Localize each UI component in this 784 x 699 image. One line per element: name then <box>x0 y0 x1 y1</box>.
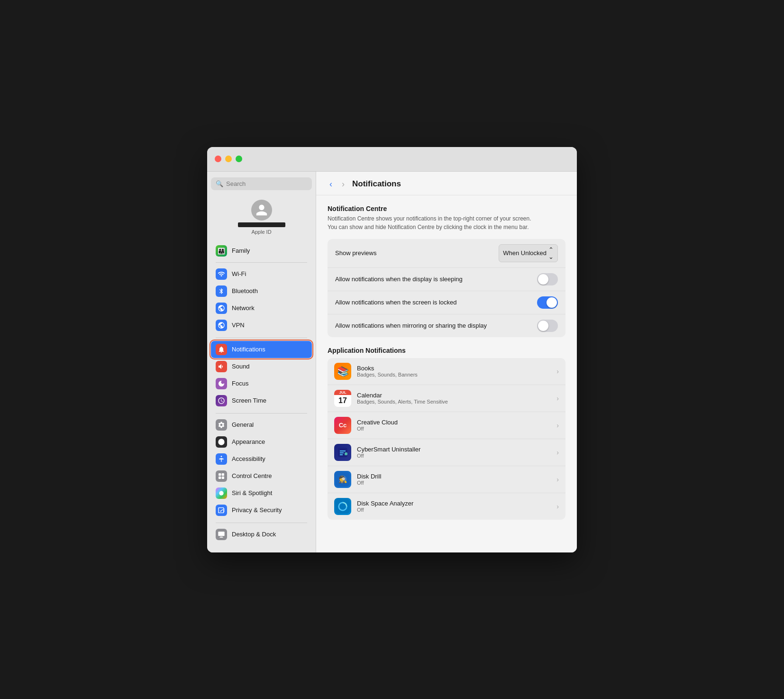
show-previews-label: Show previews <box>335 249 376 257</box>
toggle-knob-3 <box>538 321 548 331</box>
sidebar-item-siri[interactable]: Siri & Spotlight <box>211 485 312 502</box>
screen-locked-label: Allow notifications when the screen is l… <box>335 299 457 306</box>
sidebar-item-vpn[interactable]: VPN <box>211 317 312 334</box>
toggle-knob <box>538 274 548 285</box>
family-icon: 👨‍👩‍👧 <box>216 245 227 257</box>
wifi-label: Wi-Fi <box>232 270 246 277</box>
diskdrill-app-sub: Off <box>357 480 551 486</box>
svg-rect-9 <box>220 536 222 537</box>
display-sleeping-label: Allow notifications when the display is … <box>335 276 463 283</box>
sidebar-item-screentime[interactable]: Screen Time <box>211 392 312 409</box>
display-sleeping-row: Allow notifications when the display is … <box>328 268 565 291</box>
network-icon <box>216 303 227 314</box>
forward-button[interactable]: › <box>340 178 346 190</box>
desktopdock-label: Desktop & Dock <box>232 531 276 538</box>
diskspace-app-icon <box>334 498 351 515</box>
svg-rect-6 <box>222 476 224 478</box>
screentime-label: Screen Time <box>232 397 266 404</box>
creativecloud-app-info: Creative Cloud Off <box>357 419 551 432</box>
svg-rect-12 <box>345 452 347 455</box>
cybersmart-app-name: CyberSmart Uninstaller <box>357 446 551 453</box>
search-bar[interactable]: 🔍 <box>211 177 312 190</box>
avatar <box>251 200 272 221</box>
sidebar-item-family[interactable]: 👨‍👩‍👧 Family <box>211 242 312 259</box>
maximize-button[interactable] <box>236 156 242 162</box>
creativecloud-app-icon: Cc <box>334 417 351 434</box>
books-app-sub: Badges, Sounds, Banners <box>357 372 551 377</box>
svg-rect-10 <box>219 537 223 538</box>
sidebar-item-bluetooth[interactable]: Bluetooth <box>211 283 312 300</box>
app-list: 📚 Books Badges, Sounds, Banners › JUL <box>328 358 565 520</box>
list-item-calendar[interactable]: JUL 17 Calendar Badges, Sounds, Alerts, … <box>328 385 565 412</box>
system-preferences-window: 🔍 Apple ID 👨‍👩‍👧 Family <box>207 147 577 552</box>
desktop-section: Desktop & Dock <box>211 526 312 543</box>
list-item-books[interactable]: 📚 Books Badges, Sounds, Banners › <box>328 358 565 385</box>
list-item-creativecloud[interactable]: Cc Creative Cloud Off › <box>328 412 565 439</box>
svg-point-7 <box>219 491 223 495</box>
minimize-button[interactable] <box>225 156 232 162</box>
appearance-icon <box>216 436 227 448</box>
app-notifications-section: Application Notifications 📚 Books Badges… <box>328 347 565 520</box>
toggle-knob-2 <box>547 297 557 308</box>
screentime-icon <box>216 395 227 406</box>
sidebar-item-privacy[interactable]: Privacy & Security <box>211 502 312 519</box>
divider-1 <box>216 262 307 263</box>
mirroring-toggle[interactable] <box>537 320 558 332</box>
screen-locked-toggle[interactable] <box>537 296 558 309</box>
list-item-diskspace[interactable]: Disk Space Analyzer Off › <box>328 493 565 520</box>
traffic-lights <box>215 156 242 162</box>
svg-rect-5 <box>219 476 221 478</box>
notifications-section: Notifications Sound Focus <box>211 341 312 409</box>
sidebar-item-controlcentre[interactable]: Control Centre <box>211 468 312 485</box>
back-button[interactable]: ‹ <box>328 178 334 190</box>
screen-locked-row: Allow notifications when the screen is l… <box>328 291 565 314</box>
sidebar-item-focus[interactable]: Focus <box>211 375 312 392</box>
svg-rect-16 <box>336 499 350 514</box>
username-redacted <box>238 222 285 227</box>
notification-centre-title: Notification Centre <box>328 205 565 212</box>
controlcentre-label: Control Centre <box>232 472 272 479</box>
books-app-info: Books Badges, Sounds, Banners <box>357 365 551 377</box>
sidebar-item-sound[interactable]: Sound <box>211 358 312 375</box>
list-item-diskdrill[interactable]: 🕵️ Disk Drill Off › <box>328 466 565 493</box>
page-title: Notifications <box>352 179 401 189</box>
diskdrill-chevron-icon: › <box>556 476 559 483</box>
bluetooth-label: Bluetooth <box>232 287 258 294</box>
sound-label: Sound <box>232 363 250 370</box>
search-input[interactable] <box>226 180 307 187</box>
display-sleeping-toggle[interactable] <box>537 273 558 285</box>
sidebar-item-wifi[interactable]: Wi-Fi <box>211 266 312 283</box>
calendar-app-sub: Badges, Sounds, Alerts, Time Sensitive <box>357 399 551 405</box>
sidebar-item-appearance[interactable]: Appearance <box>211 433 312 451</box>
diskspace-app-name: Disk Space Analyzer <box>357 500 551 507</box>
sidebar-item-desktopdock[interactable]: Desktop & Dock <box>211 526 312 543</box>
sidebar-item-network[interactable]: Network <box>211 300 312 317</box>
sidebar: 🔍 Apple ID 👨‍👩‍👧 Family <box>207 172 316 552</box>
network-label: Network <box>232 304 255 312</box>
calendar-app-info: Calendar Badges, Sounds, Alerts, Time Se… <box>357 392 551 405</box>
show-previews-select[interactable]: When Unlocked ⌃⌄ <box>499 244 558 262</box>
controlcentre-icon <box>216 470 227 482</box>
cybersmart-app-sub: Off <box>357 453 551 459</box>
search-icon: 🔍 <box>216 180 223 187</box>
system-section: General Appearance Accessibility <box>211 416 312 519</box>
divider-4 <box>216 523 307 523</box>
list-item-cybersmart[interactable]: CyberSmart Uninstaller Off › <box>328 439 565 466</box>
divider-2 <box>216 338 307 338</box>
show-previews-row: Show previews When Unlocked ⌃⌄ <box>328 239 565 268</box>
svg-rect-8 <box>218 532 224 536</box>
accessibility-label: Accessibility <box>232 455 265 462</box>
mirroring-row: Allow notifications when mirroring or sh… <box>328 314 565 337</box>
sidebar-item-notifications[interactable]: Notifications <box>211 341 312 358</box>
close-button[interactable] <box>215 156 221 162</box>
diskdrill-app-name: Disk Drill <box>357 473 551 480</box>
user-section[interactable]: Apple ID <box>211 198 312 237</box>
main-body: Notification Centre Notification Centre … <box>316 195 577 529</box>
notifications-icon <box>216 344 227 355</box>
sidebar-item-general[interactable]: General <box>211 416 312 433</box>
main-header: ‹ › Notifications <box>316 172 577 195</box>
siri-label: Siri & Spotlight <box>232 489 272 497</box>
vpn-label: VPN <box>232 322 245 329</box>
sidebar-item-accessibility[interactable]: Accessibility <box>211 451 312 468</box>
books-app-icon: 📚 <box>334 363 351 380</box>
